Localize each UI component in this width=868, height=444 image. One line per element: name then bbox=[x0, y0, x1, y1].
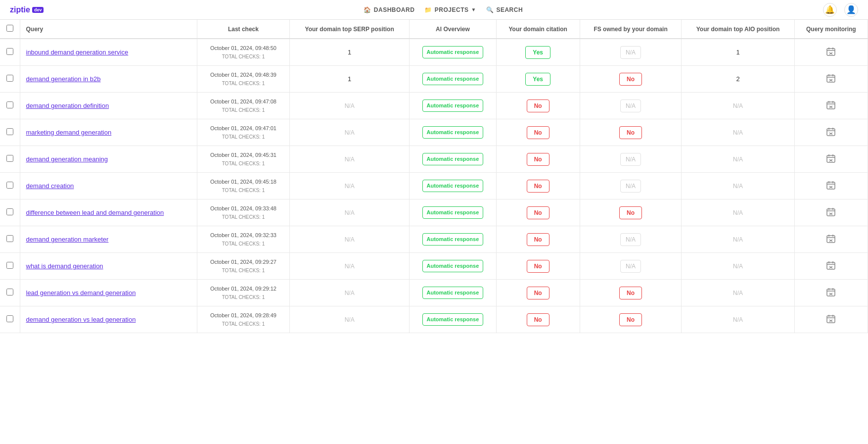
row-checkbox[interactable] bbox=[6, 182, 13, 189]
nav-item-projects[interactable]: 📁 PROJECTS ▼ bbox=[424, 6, 476, 13]
fs-owned-cell: No bbox=[580, 199, 682, 226]
fs-owned-button[interactable]: No bbox=[619, 126, 642, 139]
domain-citation-button[interactable]: No bbox=[527, 313, 549, 326]
date-text: October 01, 2024, 09:45:31 bbox=[210, 152, 276, 158]
date-text: October 01, 2024, 09:48:39 bbox=[210, 72, 276, 78]
query-link[interactable]: difference between lead and demand gener… bbox=[26, 209, 164, 216]
serp-na: N/A bbox=[345, 290, 355, 296]
monitoring-icon[interactable] bbox=[826, 263, 836, 272]
domain-citation-button[interactable]: No bbox=[527, 233, 549, 246]
fs-owned-cell: No bbox=[580, 306, 682, 333]
row-checkbox[interactable] bbox=[6, 101, 13, 108]
monitoring-icon[interactable] bbox=[826, 237, 836, 245]
header-right: 🔔 👤 bbox=[823, 3, 858, 17]
total-checks-text: TOTAL CHECKS: 1 bbox=[222, 54, 265, 59]
domain-citation-button[interactable]: No bbox=[527, 99, 549, 112]
fs-owned-button[interactable]: No bbox=[619, 313, 642, 326]
ai-overview-button[interactable]: Automatic response bbox=[422, 233, 484, 245]
monitoring-icon[interactable] bbox=[826, 130, 836, 138]
monitoring-icon[interactable] bbox=[826, 76, 836, 85]
row-checkbox-cell bbox=[0, 146, 20, 173]
domain-citation-button[interactable]: Yes bbox=[525, 46, 550, 59]
monitoring-icon[interactable] bbox=[826, 290, 836, 298]
fs-owned-button[interactable]: No bbox=[619, 287, 642, 299]
serp-na: N/A bbox=[345, 236, 355, 243]
monitoring-icon[interactable] bbox=[826, 210, 836, 218]
row-checkbox[interactable] bbox=[6, 128, 13, 135]
row-checkbox[interactable] bbox=[6, 155, 13, 162]
aio-position-cell: N/A bbox=[682, 199, 794, 226]
fs-na: N/A bbox=[620, 46, 641, 59]
notification-button[interactable]: 🔔 bbox=[823, 3, 837, 17]
ai-overview-button[interactable]: Automatic response bbox=[422, 180, 484, 192]
ai-overview-button[interactable]: Automatic response bbox=[422, 260, 484, 272]
domain-citation-button[interactable]: No bbox=[527, 287, 549, 299]
domain-citation-button[interactable]: No bbox=[527, 153, 549, 166]
ai-overview-cell: Automatic response bbox=[410, 39, 496, 66]
domain-citation-button[interactable]: No bbox=[527, 206, 549, 219]
date-text: October 01, 2024, 09:47:08 bbox=[210, 99, 276, 104]
row-checkbox-cell bbox=[0, 173, 20, 199]
fs-owned-button[interactable]: No bbox=[619, 206, 642, 219]
row-checkbox[interactable] bbox=[6, 208, 13, 215]
nav-item-dashboard[interactable]: 🏠 DASHBOARD bbox=[364, 6, 414, 13]
ai-overview-button[interactable]: Automatic response bbox=[422, 287, 484, 298]
query-link[interactable]: what is demand generation bbox=[26, 262, 103, 270]
ai-overview-button[interactable]: Automatic response bbox=[422, 73, 484, 85]
row-checkbox[interactable] bbox=[6, 262, 13, 269]
fs-owned-button[interactable]: No bbox=[619, 73, 642, 86]
monitoring-icon[interactable] bbox=[826, 103, 836, 111]
serp-position-cell: N/A bbox=[290, 306, 410, 333]
row-checkbox[interactable] bbox=[6, 48, 13, 55]
row-checkbox[interactable] bbox=[6, 75, 13, 82]
monitoring-cell bbox=[794, 253, 868, 280]
ai-overview-button[interactable]: Automatic response bbox=[422, 99, 484, 111]
query-link[interactable]: demand generation meaning bbox=[26, 155, 108, 163]
serp-position-cell: N/A bbox=[290, 146, 410, 173]
query-link[interactable]: demand generation in b2b bbox=[26, 75, 101, 83]
last-check-cell: October 01, 2024, 09:48:39TOTAL CHECKS: … bbox=[197, 66, 289, 93]
domain-citation-button[interactable]: No bbox=[527, 180, 549, 193]
query-link[interactable]: lead generation vs demand generation bbox=[26, 289, 136, 296]
date-text: October 01, 2024, 09:33:48 bbox=[210, 205, 276, 211]
row-checkbox[interactable] bbox=[6, 235, 13, 242]
ai-overview-button[interactable]: Automatic response bbox=[422, 206, 484, 218]
user-avatar[interactable]: 👤 bbox=[844, 3, 858, 17]
select-all-checkbox[interactable] bbox=[6, 25, 13, 32]
table-row: what is demand generationOctober 01, 202… bbox=[0, 253, 868, 280]
total-checks-text: TOTAL CHECKS: 1 bbox=[222, 161, 265, 166]
ai-overview-cell: Automatic response bbox=[410, 253, 496, 280]
domain-citation-button[interactable]: No bbox=[527, 260, 549, 273]
ai-overview-button[interactable]: Automatic response bbox=[422, 153, 484, 165]
aio-position-cell: N/A bbox=[682, 119, 794, 146]
svg-rect-12 bbox=[827, 102, 835, 109]
domain-citation-cell: No bbox=[496, 93, 580, 119]
monitoring-icon[interactable] bbox=[826, 49, 836, 58]
logo[interactable]: ziptie dev bbox=[10, 5, 44, 14]
ai-overview-button[interactable]: Automatic response bbox=[422, 126, 484, 138]
table-row: demand generation marketerOctober 01, 20… bbox=[0, 226, 868, 253]
table-row: difference between lead and demand gener… bbox=[0, 199, 868, 226]
monitoring-icon[interactable] bbox=[826, 156, 836, 165]
query-link[interactable]: demand generation marketer bbox=[26, 236, 109, 243]
query-link[interactable]: demand creation bbox=[26, 182, 74, 190]
row-checkbox[interactable] bbox=[6, 289, 13, 296]
serp-value: 1 bbox=[348, 49, 351, 56]
row-checkbox[interactable] bbox=[6, 315, 13, 322]
nav-item-search[interactable]: 🔍 SEARCH bbox=[486, 6, 523, 13]
monitoring-icon[interactable] bbox=[826, 183, 836, 192]
ai-overview-button[interactable]: Automatic response bbox=[422, 313, 484, 325]
domain-citation-button[interactable]: Yes bbox=[525, 73, 550, 86]
ai-overview-cell: Automatic response bbox=[410, 199, 496, 226]
query-link[interactable]: demand generation vs lead generation bbox=[26, 316, 136, 323]
monitoring-cell bbox=[794, 280, 868, 306]
query-link[interactable]: inbound demand generation service bbox=[26, 49, 129, 56]
query-link[interactable]: demand generation definition bbox=[26, 102, 109, 109]
serp-na: N/A bbox=[345, 209, 355, 216]
monitoring-icon[interactable] bbox=[826, 317, 836, 325]
monitoring-cell bbox=[794, 39, 868, 66]
query-link[interactable]: marketing demand generation bbox=[26, 129, 112, 136]
ai-overview-button[interactable]: Automatic response bbox=[422, 46, 484, 58]
domain-citation-button[interactable]: No bbox=[527, 126, 549, 139]
monitoring-cell bbox=[794, 93, 868, 119]
